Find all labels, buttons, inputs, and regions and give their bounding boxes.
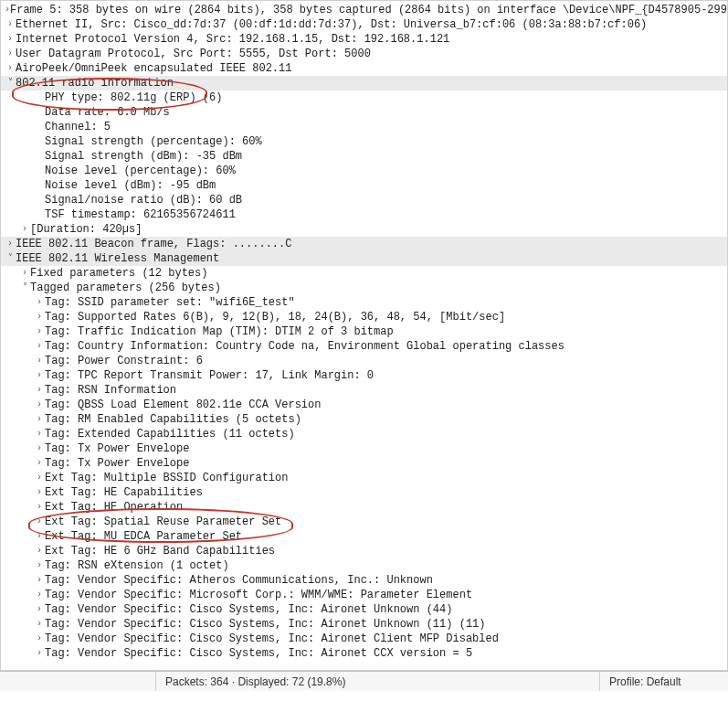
caret-down-icon[interactable]: ˅ [5, 251, 16, 266]
row-radio-info[interactable]: ˅802.11 radio information [1, 76, 727, 90]
row-tag-txpower2[interactable]: ›Tag: Tx Power Envelope [1, 456, 727, 471]
caret-right-icon[interactable]: › [19, 222, 30, 237]
caret-right-icon[interactable]: › [34, 544, 45, 558]
tree-row-label: Ext Tag: Spatial Reuse Parameter Set [45, 515, 281, 529]
row-tag-vendor-ms[interactable]: ›Tag: Vendor Specific: Microsoft Corp.: … [1, 588, 727, 602]
row-airopeek[interactable]: ›AiroPeek/OmniPeek encapsulated IEEE 802… [1, 61, 727, 76]
row-tag-qbss[interactable]: ›Tag: QBSS Load Element 802.11e CCA Vers… [1, 398, 727, 412]
row-noise-pct[interactable]: Noise level (percentage): 60% [1, 164, 727, 178]
caret-down-icon[interactable]: ˅ [5, 76, 16, 90]
caret-right-icon[interactable]: › [34, 617, 45, 632]
caret-right-icon[interactable]: › [34, 354, 45, 368]
row-ext-spatial[interactable]: ›Ext Tag: Spatial Reuse Parameter Set [1, 515, 727, 529]
row-tag-vendor-cisco11[interactable]: ›Tag: Vendor Specific: Cisco Systems, In… [1, 617, 727, 632]
row-tag-txpower1[interactable]: ›Tag: Tx Power Envelope [1, 441, 727, 456]
caret-right-icon[interactable]: › [5, 47, 16, 61]
row-tag-tpc[interactable]: ›Tag: TPC Report Transmit Power: 17, Lin… [1, 368, 727, 383]
caret-right-icon[interactable]: › [34, 383, 45, 398]
caret-right-icon[interactable]: › [34, 471, 45, 485]
row-sig-pct[interactable]: Signal strength (percentage): 60% [1, 134, 727, 149]
tree-row-label: Tag: Power Constraint: 6 [45, 354, 203, 368]
tree-row-label: IEEE 802.11 Wireless Management [16, 251, 219, 266]
status-profile[interactable]: Profile: Default [600, 672, 728, 691]
tree-row-label: Data rate: 6.0 Mb/s [45, 105, 170, 120]
tree-row-label: AiroPeek/OmniPeek encapsulated IEEE 802.… [16, 61, 291, 76]
row-udp[interactable]: ›User Datagram Protocol, Src Port: 5555,… [1, 47, 727, 61]
tree-row-label: Frame 5: 358 bytes on wire (2864 bits), … [10, 3, 728, 17]
row-tag-rm[interactable]: ›Tag: RM Enabled Capabilities (5 octets) [1, 412, 727, 427]
tree-row-label: User Datagram Protocol, Src Port: 5555, … [16, 47, 371, 61]
caret-right-icon[interactable]: › [34, 602, 45, 617]
row-tag-country[interactable]: ›Tag: Country Information: Country Code … [1, 339, 727, 354]
tree-row-label: Tag: Vendor Specific: Cisco Systems, Inc… [45, 646, 472, 661]
row-phy-type[interactable]: PHY type: 802.11g (ERP) (6) [1, 90, 727, 105]
caret-right-icon[interactable]: › [34, 515, 45, 529]
row-fixed-params[interactable]: ›Fixed parameters (12 bytes) [1, 266, 727, 281]
tree-row-label: Tag: Traffic Indication Map (TIM): DTIM … [45, 324, 394, 339]
tree-row-label: Tag: QBSS Load Element 802.11e CCA Versi… [45, 398, 321, 412]
caret-right-icon[interactable]: › [34, 646, 45, 661]
caret-right-icon[interactable]: › [34, 573, 45, 588]
caret-right-icon[interactable]: › [34, 529, 45, 544]
caret-right-icon[interactable]: › [34, 558, 45, 573]
caret-right-icon[interactable]: › [34, 310, 45, 324]
row-ext-he-6ghz[interactable]: ›Ext Tag: HE 6 GHz Band Capabilities [1, 544, 727, 558]
caret-right-icon[interactable]: › [34, 398, 45, 412]
caret-right-icon[interactable]: › [34, 427, 45, 441]
caret-right-icon[interactable]: › [34, 368, 45, 383]
caret-right-icon[interactable]: › [19, 266, 30, 281]
row-tag-vendor-cisco44[interactable]: ›Tag: Vendor Specific: Cisco Systems, In… [1, 602, 727, 617]
tree-row-label: Tag: Tx Power Envelope [45, 456, 189, 471]
row-frame[interactable]: ›Frame 5: 358 bytes on wire (2864 bits),… [1, 3, 727, 17]
row-tag-vendor-mfp[interactable]: ›Tag: Vendor Specific: Cisco Systems, In… [1, 632, 727, 646]
caret-right-icon[interactable]: › [34, 412, 45, 427]
row-ext-he-op[interactable]: ›Ext Tag: HE Operation [1, 500, 727, 515]
tree-row-label: Tag: Vendor Specific: Cisco Systems, Inc… [45, 602, 452, 617]
row-tag-tim[interactable]: ›Tag: Traffic Indication Map (TIM): DTIM… [1, 324, 727, 339]
tree-row-label: Tag: Vendor Specific: Cisco Systems, Inc… [45, 632, 499, 646]
caret-right-icon[interactable]: › [34, 456, 45, 471]
caret-right-icon[interactable]: › [34, 588, 45, 602]
row-tag-rsnx[interactable]: ›Tag: RSN eXtension (1 octet) [1, 558, 727, 573]
row-ethernet[interactable]: ›Ethernet II, Src: Cisco_dd:7d:37 (00:df… [1, 17, 727, 32]
tree-row-label: Ethernet II, Src: Cisco_dd:7d:37 (00:df:… [16, 17, 647, 32]
caret-right-icon[interactable]: › [34, 632, 45, 646]
tree-row-label: IEEE 802.11 Beacon frame, Flags: .......… [16, 237, 291, 251]
caret-right-icon[interactable]: › [34, 295, 45, 310]
tree-row-label: Tag: RSN eXtension (1 octet) [45, 558, 229, 573]
caret-down-icon[interactable]: ˅ [19, 281, 30, 295]
caret-right-icon[interactable]: › [5, 32, 16, 47]
caret-right-icon[interactable]: › [5, 237, 16, 251]
row-ipv4[interactable]: ›Internet Protocol Version 4, Src: 192.1… [1, 32, 727, 47]
caret-right-icon[interactable]: › [34, 339, 45, 354]
caret-right-icon[interactable]: › [34, 500, 45, 515]
row-ext-mu-edca[interactable]: ›Ext Tag: MU EDCA Parameter Set [1, 529, 727, 544]
row-tagged-params[interactable]: ˅Tagged parameters (256 bytes) [1, 281, 727, 295]
tree-row-label: Noise level (percentage): 60% [45, 164, 236, 178]
tree-row-label: Channel: 5 [45, 120, 111, 134]
row-tag-rates[interactable]: ›Tag: Supported Rates 6(B), 9, 12(B), 18… [1, 310, 727, 324]
row-ext-multibssid[interactable]: ›Ext Tag: Multiple BSSID Configuration [1, 471, 727, 485]
row-ext-he-cap[interactable]: ›Ext Tag: HE Capabilities [1, 485, 727, 500]
row-tag-ssid[interactable]: ›Tag: SSID parameter set: "wifi6E_test" [1, 295, 727, 310]
row-tag-vendor-atheros[interactable]: ›Tag: Vendor Specific: Atheros Communica… [1, 573, 727, 588]
row-sig-dbm[interactable]: Signal strength (dBm): -35 dBm [1, 149, 727, 164]
row-tsf[interactable]: TSF timestamp: 62165356724611 [1, 207, 727, 222]
packet-details-tree[interactable]: ›Frame 5: 358 bytes on wire (2864 bits),… [0, 0, 728, 671]
row-channel[interactable]: Channel: 5 [1, 120, 727, 134]
row-beacon[interactable]: ›IEEE 802.11 Beacon frame, Flags: ......… [1, 237, 727, 251]
caret-right-icon[interactable]: › [5, 17, 16, 32]
row-data-rate[interactable]: Data rate: 6.0 Mb/s [1, 105, 727, 120]
row-snr[interactable]: Signal/noise ratio (dB): 60 dB [1, 193, 727, 207]
row-noise-dbm[interactable]: Noise level (dBm): -95 dBm [1, 178, 727, 193]
row-tag-rsn[interactable]: ›Tag: RSN Information [1, 383, 727, 398]
caret-right-icon[interactable]: › [34, 324, 45, 339]
caret-right-icon[interactable]: › [5, 61, 16, 76]
row-tag-extcap[interactable]: ›Tag: Extended Capabilities (11 octets) [1, 427, 727, 441]
row-tag-vendor-ccx[interactable]: ›Tag: Vendor Specific: Cisco Systems, In… [1, 646, 727, 661]
caret-right-icon[interactable]: › [34, 441, 45, 456]
row-duration[interactable]: ›[Duration: 420µs] [1, 222, 727, 237]
row-wlan-mgt[interactable]: ˅IEEE 802.11 Wireless Management [1, 251, 727, 266]
row-tag-power-constraint[interactable]: ›Tag: Power Constraint: 6 [1, 354, 727, 368]
caret-right-icon[interactable]: › [34, 485, 45, 500]
